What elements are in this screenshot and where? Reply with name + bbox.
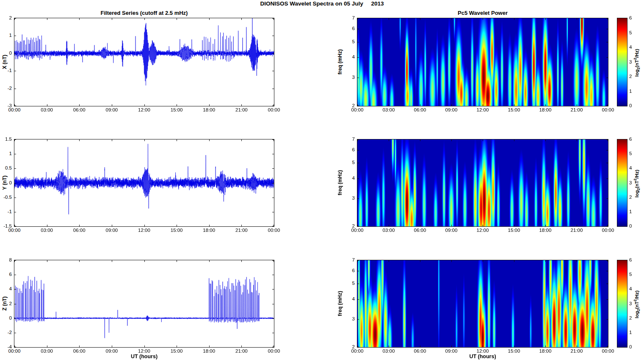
tick-mark — [483, 345, 483, 347]
x-axis-ylabel: X (nT) — [2, 32, 8, 92]
tick-mark — [144, 260, 145, 262]
x-tick-label: 09:00 — [101, 228, 122, 233]
colorbar-label-bot: log2(nT2/Hz) — [633, 275, 641, 334]
x-tick-label: 00:00 — [597, 107, 619, 112]
y-tick-label: 4 — [352, 54, 355, 59]
tick-mark — [14, 71, 16, 71]
tick-mark — [357, 178, 359, 179]
y-tick-label: 3 — [352, 316, 355, 321]
panel-z-wavelet: 00:0003:0006:0009:0012:0015:0018:0021:00… — [357, 260, 608, 348]
y-tick-label: 6 — [352, 268, 355, 273]
tick-mark — [14, 106, 16, 106]
x-tick-label: 00:00 — [263, 228, 285, 233]
y-tick-label: 4 — [352, 175, 355, 181]
x-tick-label: 15:00 — [166, 107, 187, 112]
tick-mark — [357, 57, 359, 58]
x-tick-label: 03:00 — [36, 107, 58, 112]
tick-mark — [272, 183, 274, 184]
x-tick-label: 03:00 — [378, 348, 399, 354]
x-wavelet-canvas — [357, 18, 608, 106]
panel-x-wavelet: 00:0003:0006:0009:0012:0015:0018:0021:00… — [357, 18, 608, 106]
tick-mark — [577, 225, 577, 226]
tick-mark — [606, 106, 608, 106]
y-tick-label: 2 — [352, 344, 355, 349]
tick-mark — [451, 260, 452, 262]
x-tick-label: 18:00 — [535, 107, 556, 112]
x-tick-label: 18:00 — [199, 107, 220, 112]
y-tick-label: 0 — [9, 50, 12, 56]
tick-mark — [272, 226, 274, 226]
tick-mark — [14, 18, 16, 19]
y-tick-label: -2 — [8, 86, 12, 91]
tick-mark — [451, 345, 452, 347]
tick-mark — [272, 168, 274, 169]
x-tick-label: 21:00 — [566, 348, 587, 354]
tick-mark — [272, 333, 274, 333]
colorbar-tick-label: 1 — [629, 330, 632, 335]
colorbar-tick-label: 5 — [629, 30, 632, 35]
tick-mark — [514, 260, 514, 262]
tick-mark — [357, 319, 359, 320]
tick-mark — [514, 139, 514, 141]
tick-mark — [545, 345, 546, 347]
tick-mark — [357, 150, 359, 150]
tick-mark — [483, 104, 483, 106]
tick-mark — [209, 104, 210, 106]
y-tick-label: 6 — [352, 147, 355, 152]
tick-mark — [14, 183, 16, 184]
z-wavelet-canvas — [357, 260, 608, 347]
tick-mark — [606, 178, 608, 179]
tick-mark — [545, 104, 546, 106]
tick-mark — [483, 18, 483, 20]
tick-mark — [177, 225, 177, 226]
tick-mark — [47, 225, 47, 226]
tick-mark — [272, 347, 274, 347]
y-tick-label: 2 — [352, 103, 355, 108]
tick-mark — [14, 275, 16, 275]
tick-mark — [606, 226, 608, 226]
tick-mark — [272, 275, 274, 275]
colorbar-tick-label: 4 — [629, 165, 632, 170]
tick-mark — [112, 18, 112, 20]
tick-mark — [357, 260, 359, 261]
tick-mark — [241, 104, 242, 106]
colorbar-x-canvas — [617, 18, 627, 106]
x-tick-label: 03:00 — [378, 228, 399, 233]
colorbar-x: 0123456 — [617, 18, 627, 106]
tick-mark — [606, 150, 608, 150]
tick-mark — [14, 226, 16, 226]
tick-mark — [514, 104, 514, 106]
y-tick-label: 0 — [9, 315, 12, 320]
colorbar-y: 0123456 — [617, 139, 627, 227]
x-tick-label: 21:00 — [231, 348, 252, 354]
x-tick-label: 06:00 — [409, 107, 431, 112]
tick-mark — [241, 345, 242, 347]
colorbar-tick-label: 6 — [629, 257, 632, 262]
tick-mark — [389, 18, 389, 20]
tick-mark — [357, 29, 359, 29]
tick-mark — [177, 345, 177, 347]
y-tick-label: 8 — [9, 257, 12, 262]
x-tick-label: 06:00 — [69, 348, 90, 354]
tick-mark — [79, 225, 80, 226]
tick-mark — [272, 71, 274, 71]
x-tick-label: 03:00 — [36, 228, 58, 233]
z-timeseries-canvas — [14, 260, 274, 347]
right-column-title: Pc5 Wavelet Power — [357, 10, 608, 16]
y-tick-label: 5 — [352, 39, 355, 44]
tick-mark — [389, 225, 389, 226]
tick-mark — [357, 226, 359, 226]
x-tick-label: 00:00 — [4, 107, 25, 112]
tick-mark — [606, 260, 608, 261]
tick-mark — [272, 106, 274, 106]
colorbar-tick-label: 3 — [629, 180, 632, 185]
left-xaxis-label: UT (hours) — [14, 354, 274, 359]
tick-mark — [514, 18, 514, 20]
tick-mark — [47, 104, 47, 106]
y-tick-label: 6 — [352, 26, 355, 31]
colorbar-tick-label: 2 — [629, 315, 632, 320]
tick-mark — [606, 163, 608, 163]
x-tick-label: 00:00 — [263, 107, 285, 112]
y-tick-label: 3 — [352, 195, 355, 200]
colorbar-y-canvas — [617, 139, 627, 226]
